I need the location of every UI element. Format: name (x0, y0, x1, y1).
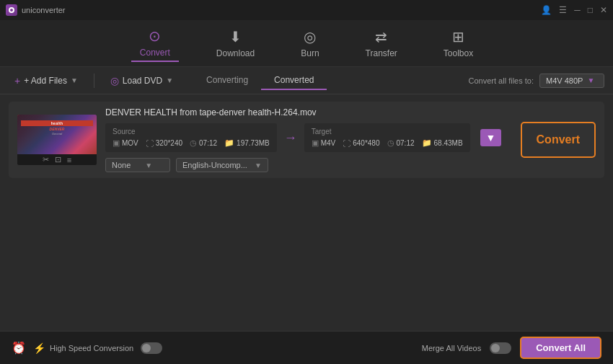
title-bar: uniconverter 👤 ☰ ─ □ ✕ (0, 0, 613, 20)
speed-lightning-icon: ⚡ (33, 342, 45, 354)
nav-item-transfer[interactable]: ⇄ Transfer (357, 25, 406, 61)
merge-toggle[interactable] (490, 342, 511, 354)
toolbar-divider-1 (94, 74, 94, 88)
merge-toggle-knob (491, 344, 500, 352)
close-icon[interactable]: ✕ (600, 5, 607, 15)
cut-icon[interactable]: ✂ (43, 155, 49, 164)
target-duration: ◷ 07:12 (387, 138, 415, 148)
target-resolution: ⛶ 640*480 (343, 139, 379, 148)
nav-item-download[interactable]: ⬇ Download (208, 25, 263, 61)
thumbnail-image: health DENVER General (17, 115, 97, 154)
subtitle-arrow-icon: ▼ (145, 161, 152, 169)
toolbar-right: Convert all files to: M4V 480P ▼ (469, 74, 604, 88)
title-bar-left: uniconverter (6, 4, 66, 16)
effects-icon[interactable]: ≡ (67, 156, 71, 164)
bottom-left: ⏰ ⚡ High Speed Conversion (12, 341, 162, 355)
convert-button[interactable]: Convert (521, 122, 596, 158)
file-name: DENVER HEALTH from tape-denver health-H.… (105, 107, 512, 117)
target-folder-icon: 📁 (422, 138, 432, 148)
subtitle-row: None ▼ English-Uncomp... ▼ (105, 158, 512, 172)
speed-toggle[interactable] (141, 342, 162, 354)
subtitle-value: None (112, 161, 131, 169)
format-select[interactable]: M4V 480P ▼ (539, 74, 604, 88)
tab-converting[interactable]: Converting (193, 71, 261, 90)
add-files-label: + Add Files (24, 76, 67, 86)
source-box: Source ▣ MOV ⛶ 320*240 ◷ 07:12 (105, 123, 277, 152)
load-dvd-button[interactable]: ◎ Load DVD ▼ (105, 72, 179, 89)
target-box: Target ▣ M4V ⛶ 640*480 ◷ 07:12 (304, 123, 470, 152)
nav-label-convert: Convert (140, 48, 170, 58)
high-speed-label: High Speed Conversion (50, 344, 133, 352)
nav-item-convert[interactable]: ⊙ Convert (131, 25, 179, 62)
merge-all-label: Merge All Videos (422, 344, 481, 352)
language-value: English-Uncomp... (182, 161, 247, 169)
minimize-icon[interactable]: ─ (574, 5, 581, 15)
user-icon[interactable]: 👤 (541, 5, 552, 15)
add-files-button[interactable]: + + Add Files ▼ (9, 72, 84, 89)
maximize-icon[interactable]: □ (588, 5, 593, 15)
bottom-right: Merge All Videos Convert All (422, 337, 601, 359)
empty-area (9, 184, 604, 342)
source-label: Source (113, 128, 270, 136)
convert-nav-icon: ⊙ (149, 27, 161, 45)
target-label: Target (312, 128, 463, 136)
resolution-icon: ⛶ (146, 139, 154, 148)
nav-item-burn[interactable]: ◎ Burn (292, 25, 327, 61)
main-content: health DENVER General ✂ ⊡ ≡ DENVER HEALT… (0, 94, 613, 350)
load-dvd-arrow: ▼ (166, 76, 173, 84)
target-format-dropdown[interactable]: ▼ (480, 129, 502, 146)
tab-group: Converting Converted (193, 71, 327, 90)
target-props: ▣ M4V ⛶ 640*480 ◷ 07:12 📁 (312, 138, 463, 148)
app-title: uniconverter (22, 6, 66, 14)
format-value: M4V 480P (546, 76, 583, 85)
folder-icon: 📁 (224, 138, 234, 148)
bottom-bar: ⏰ ⚡ High Speed Conversion Merge All Vide… (0, 331, 613, 364)
file-item: health DENVER General ✂ ⊡ ≡ DENVER HEALT… (9, 102, 604, 178)
convert-all-to-label: Convert all files to: (469, 76, 534, 85)
crop-icon[interactable]: ⊡ (55, 155, 61, 164)
target-format: ▣ M4V (312, 138, 336, 148)
menu-icon[interactable]: ☰ (559, 5, 567, 15)
speed-label: ⚡ High Speed Conversion (33, 342, 133, 354)
file-details: DENVER HEALTH from tape-denver health-H.… (105, 107, 512, 172)
source-to-target-arrow: → (284, 130, 297, 146)
tab-converted[interactable]: Converted (261, 71, 327, 90)
add-icon: + (14, 75, 20, 86)
target-res-icon: ⛶ (343, 139, 350, 148)
source-resolution: ⛶ 320*240 (146, 139, 182, 148)
download-nav-icon: ⬇ (229, 28, 242, 45)
target-format-icon: ▣ (312, 138, 319, 148)
dvd-icon: ◎ (110, 75, 119, 86)
nav-label-transfer: Transfer (366, 48, 397, 58)
format-arrow-icon: ▼ (587, 76, 594, 84)
source-size: 📁 197.73MB (224, 138, 270, 148)
nav-item-toolbox[interactable]: ⊞ Toolbox (435, 25, 482, 61)
nav-label-burn: Burn (301, 48, 319, 58)
source-target-row: Source ▣ MOV ⛶ 320*240 ◷ 07:12 (105, 123, 512, 152)
format-icon: ▣ (113, 138, 120, 148)
thumbnail-controls: ✂ ⊡ ≡ (17, 154, 97, 165)
source-props: ▣ MOV ⛶ 320*240 ◷ 07:12 📁 (113, 138, 270, 148)
thumbnail: health DENVER General ✂ ⊡ ≡ (17, 115, 97, 165)
toolbar: + + Add Files ▼ ◎ Load DVD ▼ Converting … (0, 67, 613, 94)
nav-bar: ⊙ Convert ⬇ Download ◎ Burn ⇄ Transfer ⊞… (0, 20, 613, 67)
toolbox-nav-icon: ⊞ (452, 28, 464, 45)
alarm-icon[interactable]: ⏰ (12, 341, 26, 355)
title-bar-controls: 👤 ☰ ─ □ ✕ (541, 5, 607, 15)
language-arrow-icon: ▼ (255, 161, 262, 169)
clock-icon: ◷ (190, 138, 197, 148)
burn-nav-icon: ◎ (304, 28, 316, 45)
app-logo (6, 4, 17, 16)
toggle-knob (142, 344, 151, 352)
target-clock-icon: ◷ (387, 138, 394, 148)
source-duration: ◷ 07:12 (190, 138, 217, 148)
add-files-arrow: ▼ (71, 76, 78, 84)
convert-all-button[interactable]: Convert All (520, 337, 601, 359)
nav-label-download: Download (216, 48, 255, 58)
language-select[interactable]: English-Uncomp... ▼ (176, 158, 268, 172)
subtitle-select[interactable]: None ▼ (105, 158, 170, 172)
target-size: 📁 68.43MB (422, 138, 463, 148)
source-format: ▣ MOV (113, 138, 138, 148)
load-dvd-label: Load DVD (123, 76, 162, 86)
transfer-nav-icon: ⇄ (375, 28, 387, 45)
